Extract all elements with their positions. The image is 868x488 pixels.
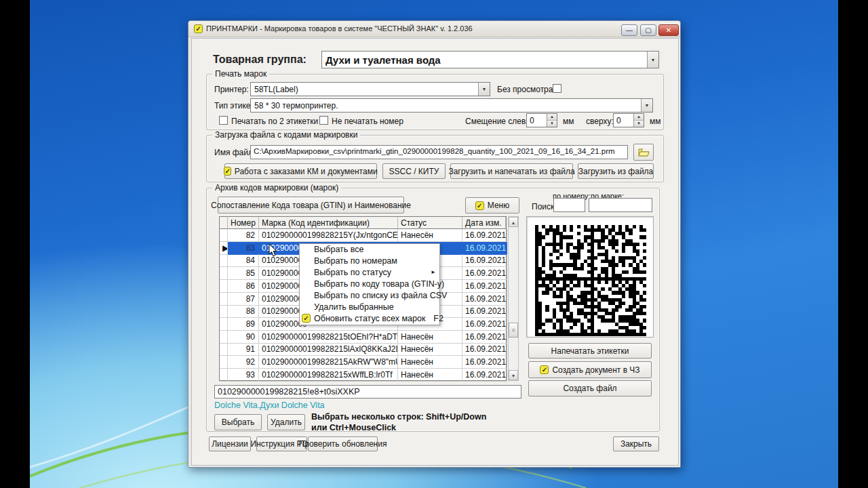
cell-code[interactable]: 0102900000199828215xWffLB:lr0Tf: [259, 369, 398, 382]
cell-number[interactable]: 87: [228, 293, 259, 306]
cell-date[interactable]: 16.09.2021: [462, 254, 507, 267]
browse-file-button[interactable]: [633, 144, 654, 161]
chevron-down-icon[interactable]: ▼: [641, 99, 652, 112]
no-number-checkbox[interactable]: [319, 116, 328, 125]
spin-up-icon[interactable]: ▲: [634, 114, 644, 121]
title-bar[interactable]: ✓ ПРИНТМАРКИ - Маркировка товаров в сист…: [189, 21, 680, 37]
create-file-button[interactable]: Создать файл: [528, 380, 652, 396]
delete-button[interactable]: Удалить: [267, 414, 305, 430]
cell-date[interactable]: 16.09.2021: [462, 343, 507, 356]
cell-date[interactable]: 16.09.2021: [462, 267, 507, 280]
offset-left-stepper[interactable]: 0 ▲▼: [526, 113, 557, 127]
row-marker[interactable]: [220, 229, 228, 242]
cell-status[interactable]: Нанесён: [398, 229, 462, 242]
scrollbar-thumb[interactable]: [509, 323, 518, 338]
row-marker[interactable]: [220, 331, 228, 344]
cell-status[interactable]: Нанесён: [398, 343, 462, 356]
cell-number[interactable]: 86: [228, 280, 259, 293]
check-updates-button[interactable]: Проверить обновления: [308, 436, 378, 451]
cell-date[interactable]: 16.09.2021: [462, 280, 507, 293]
close-window-button[interactable]: ✕: [658, 24, 679, 36]
cell-status[interactable]: Нанесён: [398, 331, 462, 344]
chevron-down-icon[interactable]: ▼: [478, 83, 490, 96]
cell-status[interactable]: Нанесён: [398, 356, 462, 369]
spin-down-icon[interactable]: ▼: [634, 121, 644, 127]
row-marker[interactable]: [220, 267, 228, 280]
offset-top-stepper[interactable]: 0 ▲▼: [613, 113, 644, 127]
row-marker[interactable]: [220, 318, 228, 331]
table-scrollbar[interactable]: ▲ ▼: [508, 216, 519, 381]
row-marker[interactable]: [220, 280, 228, 293]
select-button[interactable]: Выбрать: [214, 414, 262, 430]
cell-code[interactable]: 0102900000199828215tOEhI?H*aDTw: [259, 331, 398, 344]
maximize-button[interactable]: ▢: [640, 24, 656, 36]
column-header[interactable]: Дата изм.: [462, 217, 506, 229]
cell-code[interactable]: 0102900000199828215Y(Jx/ntgonCE: [259, 229, 398, 242]
column-header[interactable]: Номер: [228, 217, 259, 229]
cell-number[interactable]: 93: [228, 369, 259, 382]
cell-code[interactable]: 0102900000199828215lAxlQ8KKaJ2L: [259, 343, 398, 356]
context-menu-item[interactable]: Выбрать по списку из файла CSV: [300, 290, 439, 302]
printer-combo[interactable]: 58TL(Label) ▼: [250, 82, 490, 96]
cell-date[interactable]: 16.09.2021: [462, 242, 507, 255]
search-by-number-input[interactable]: [553, 198, 585, 212]
label-type-combo[interactable]: 58 * 30 термопринтер. ▼: [250, 98, 653, 113]
close-button[interactable]: Закрыть: [613, 436, 659, 451]
cell-date[interactable]: 16.09.2021: [462, 331, 507, 344]
minimize-button[interactable]: —: [621, 24, 637, 36]
menu-button[interactable]: ✓ Меню: [465, 197, 519, 214]
context-menu-item[interactable]: Выбрать все: [300, 244, 439, 256]
cell-status[interactable]: Нанесён: [398, 369, 462, 382]
licenses-button[interactable]: Лицензии: [209, 436, 251, 451]
two-labels-checkbox[interactable]: [219, 116, 228, 125]
cell-date[interactable]: 16.09.2021: [462, 318, 507, 331]
row-marker[interactable]: [220, 293, 228, 306]
cell-number[interactable]: 83: [228, 242, 259, 255]
row-marker[interactable]: [220, 254, 228, 267]
search-by-mark-input[interactable]: [589, 198, 652, 212]
cell-date[interactable]: 16.09.2021: [462, 305, 507, 318]
gtin-mapping-button[interactable]: Сопоставление Кода товара (GTIN) и Наиме…: [218, 197, 404, 214]
cell-number[interactable]: 85: [228, 267, 259, 280]
row-marker[interactable]: [220, 369, 228, 382]
cell-code[interactable]: 0102900000199828215AkRW"W8"mUkF: [259, 356, 398, 369]
filename-input[interactable]: C:\АрхивМаркировки_csv\printmarki_gtin_0…: [250, 145, 628, 159]
spin-down-icon[interactable]: ▼: [547, 121, 557, 127]
cell-number[interactable]: 89: [228, 318, 259, 331]
cell-date[interactable]: 16.09.2021: [462, 229, 507, 242]
sscc-kitu-button[interactable]: SSCC / КИТУ: [382, 163, 446, 179]
context-menu-item[interactable]: Удалить выбранные: [300, 302, 439, 313]
print-labels-button[interactable]: Напечатать этикетки: [528, 343, 652, 359]
scroll-up-icon[interactable]: ▲: [509, 217, 518, 227]
row-marker[interactable]: [220, 356, 228, 369]
column-header[interactable]: Марка (Код идентификации): [259, 217, 398, 229]
cell-number[interactable]: 92: [228, 356, 259, 369]
product-name-link[interactable]: Dolche Vita.Духи Dolche Vita: [214, 401, 325, 410]
no-preview-checkbox[interactable]: [553, 84, 561, 93]
load-and-print-button[interactable]: Загрузить и напечатать из файла: [450, 163, 573, 179]
selected-code-field[interactable]: 0102900000199828215!e8+t0siXXKP: [214, 385, 521, 399]
cell-date[interactable]: 16.09.2021: [462, 356, 507, 369]
cell-number[interactable]: 82: [228, 229, 259, 242]
cell-date[interactable]: 16.09.2021: [462, 293, 507, 306]
column-header[interactable]: Статус: [398, 217, 462, 229]
cell-number[interactable]: 84: [228, 254, 259, 267]
context-menu-item[interactable]: ✓Обновить статус всех марокF2: [300, 313, 439, 325]
cell-date[interactable]: 16.09.2021: [462, 369, 507, 382]
column-header[interactable]: [220, 217, 228, 229]
row-marker[interactable]: ▶: [220, 242, 228, 255]
chevron-down-icon[interactable]: ▼: [647, 52, 658, 68]
context-menu-item[interactable]: Выбрать по номерам: [300, 256, 439, 267]
row-marker[interactable]: [220, 305, 228, 318]
cell-number[interactable]: 91: [228, 343, 259, 356]
cell-number[interactable]: 88: [228, 305, 259, 318]
row-marker[interactable]: [220, 343, 228, 356]
context-menu-item[interactable]: Выбрать по статусу►: [300, 267, 439, 279]
cell-number[interactable]: 90: [228, 331, 259, 344]
product-group-combo[interactable]: Духи и туалетная вода ▼: [321, 51, 659, 68]
load-from-file-button[interactable]: Загрузить из файла: [578, 163, 654, 179]
scroll-down-icon[interactable]: ▼: [509, 370, 518, 380]
create-doc-button[interactable]: ✓ Создать документ в ЧЗ: [528, 361, 652, 378]
spin-up-icon[interactable]: ▲: [547, 114, 557, 121]
context-menu-item[interactable]: Выбрать по коду товара (GTIN-у): [300, 279, 439, 290]
